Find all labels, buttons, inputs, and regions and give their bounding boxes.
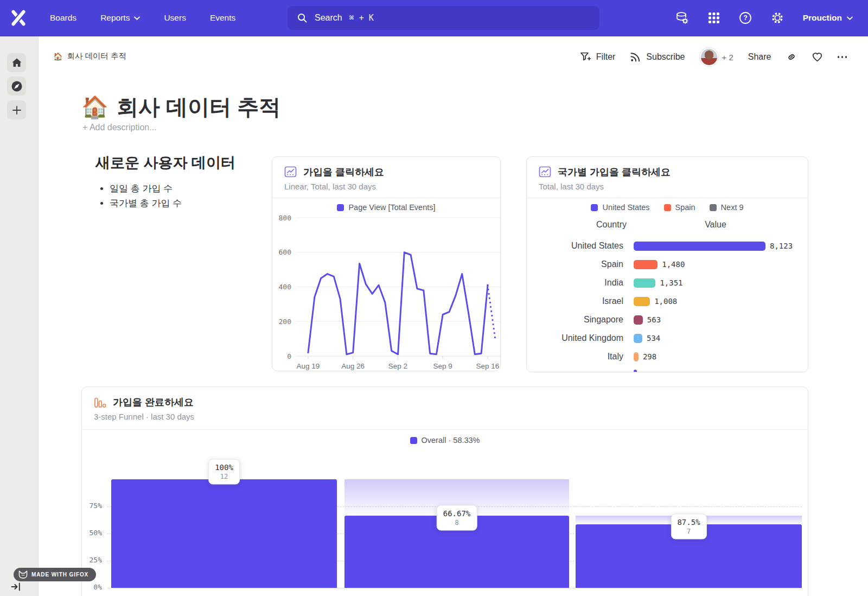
project-switcher[interactable]: Prouction xyxy=(803,13,853,23)
link-icon xyxy=(786,52,797,62)
funnel-baseline xyxy=(107,588,802,588)
text-widget-list: 일일 총 가입 수 국가별 총 가입 수 xyxy=(100,181,182,211)
country-row[interactable]: Italy298 xyxy=(527,347,808,366)
funnel-step-count: 7 xyxy=(677,528,700,535)
card-signups-by-country[interactable]: 국가별 가입을 클릭하세요 Total, last 30 days United… xyxy=(526,156,808,372)
collaborators[interactable]: + 2 xyxy=(700,48,733,66)
country-value: 1,351 xyxy=(660,278,682,287)
country-bar[interactable] xyxy=(634,352,639,362)
nav-item-boards[interactable]: Boards xyxy=(50,13,76,23)
mixpanel-logo-icon xyxy=(9,9,28,27)
country-value: 534 xyxy=(647,334,660,343)
help-button[interactable]: ? xyxy=(739,11,752,24)
legend-swatch xyxy=(710,204,717,211)
line-chart-icon xyxy=(284,166,297,180)
country-bar-clipped xyxy=(634,370,637,372)
card-signup-clicks[interactable]: 가입을 클릭하세요 Linear, Total, last 30 days Pa… xyxy=(272,156,501,371)
nav-item-reports[interactable]: Reports xyxy=(100,13,140,23)
funnel-step-percent: 66.67% xyxy=(443,509,471,517)
nav-item-events[interactable]: Events xyxy=(210,13,235,23)
country-row[interactable]: India1,351 xyxy=(527,274,808,292)
text-widget-bullet: 국가별 총 가입 수 xyxy=(110,196,182,211)
country-bar[interactable] xyxy=(634,278,655,288)
data-management-button[interactable] xyxy=(675,11,689,25)
breadcrumb[interactable]: 🏠 회사 데이터 추적 xyxy=(53,51,126,61)
fox-icon xyxy=(18,570,28,579)
mixpanel-logo[interactable] xyxy=(8,8,29,28)
funnel-step-count: 12 xyxy=(215,473,233,480)
legend-item[interactable]: Page View [Total Events] xyxy=(337,203,435,212)
country-label: India xyxy=(527,278,623,288)
board-emoji: 🏠 xyxy=(53,52,62,61)
subscribe-label: Subscribe xyxy=(646,52,685,62)
board-canvas: 🏠 회사 데이터 추적 Filter Subscribe + 2 xyxy=(38,36,868,596)
country-label: United States xyxy=(527,241,623,251)
sidebar-add-button[interactable] xyxy=(7,100,26,119)
svg-text:600: 600 xyxy=(279,248,291,256)
more-options-button[interactable] xyxy=(838,54,847,60)
text-widget-bullet: 일일 총 가입 수 xyxy=(110,181,182,196)
search-placeholder: Search xyxy=(315,13,342,23)
nav-right-group: ? Prouction xyxy=(675,0,853,36)
gifox-watermark: MADE WITH GIFOX xyxy=(14,568,96,581)
search-input[interactable]: Search ⌘ + K xyxy=(288,6,599,30)
filter-label: Filter xyxy=(596,52,616,62)
sidebar-discover-button[interactable] xyxy=(7,77,26,96)
gear-icon xyxy=(771,11,784,24)
funnel-y-label: 0% xyxy=(82,583,102,591)
favorite-button[interactable] xyxy=(812,52,823,62)
nav-item-users[interactable]: Users xyxy=(164,13,186,23)
filter-button[interactable]: Filter xyxy=(580,52,616,62)
funnel-step-label: 100%12 xyxy=(208,459,240,485)
heart-icon xyxy=(812,52,823,62)
project-name: Prouction xyxy=(803,13,842,23)
country-bar[interactable] xyxy=(634,260,658,269)
add-description-button[interactable]: + Add description... xyxy=(82,123,157,132)
country-row[interactable]: Israel1,008 xyxy=(527,292,808,310)
legend-item[interactable]: Next 9 xyxy=(710,203,744,212)
subscribe-button[interactable]: Subscribe xyxy=(630,52,685,62)
funnel-step-label: 66.67%8 xyxy=(437,505,477,530)
share-button[interactable]: Share xyxy=(748,52,771,62)
grid-icon xyxy=(708,12,720,24)
settings-button[interactable] xyxy=(771,11,784,24)
sidebar-home-button[interactable] xyxy=(7,53,26,72)
country-bar[interactable] xyxy=(634,315,643,325)
board-actions: Filter Subscribe + 2 Share xyxy=(580,48,847,66)
card-title[interactable]: 국가별 가입을 클릭하세요 xyxy=(558,166,671,179)
country-row[interactable]: Singapore563 xyxy=(527,310,808,329)
funnel-bar xyxy=(111,479,337,588)
country-value: 298 xyxy=(643,352,656,361)
copy-link-button[interactable] xyxy=(786,52,797,62)
funnel-step-percent: 87.5% xyxy=(677,518,700,527)
text-widget-heading: 새로운 사용자 데이터 xyxy=(95,153,235,173)
legend-label: Spain xyxy=(675,203,695,212)
page-title[interactable]: 🏠 회사 데이터 추적 xyxy=(81,92,280,122)
country-rows: United States8,123Spain1,480India1,351Is… xyxy=(527,237,808,372)
legend-label: Page View [Total Events] xyxy=(348,203,435,212)
svg-text:Aug 26: Aug 26 xyxy=(341,362,365,370)
country-row[interactable]: Spain1,480 xyxy=(527,255,808,274)
country-bar[interactable] xyxy=(634,334,642,343)
country-value: 8,123 xyxy=(770,242,793,250)
country-bar[interactable] xyxy=(634,297,650,306)
left-sidebar xyxy=(0,36,39,596)
country-row[interactable]: United Kingdom534 xyxy=(527,329,808,347)
mixpanel-app: Boards Reports Users Events Search ⌘ + K xyxy=(0,0,868,596)
avatar xyxy=(700,48,718,66)
country-row[interactable]: United States8,123 xyxy=(527,237,808,255)
page-title-emoji: 🏠 xyxy=(81,94,108,120)
expand-sidebar-button[interactable] xyxy=(10,581,21,594)
legend-item[interactable]: Spain xyxy=(664,203,695,212)
country-value: 1,480 xyxy=(662,260,685,269)
funnel-y-label: 50% xyxy=(82,529,102,537)
legend-item[interactable]: United States xyxy=(591,203,649,212)
country-bar[interactable] xyxy=(634,242,765,251)
card-signup-funnel[interactable]: 가입을 완료하세요 3-step Funnel · last 30 days O… xyxy=(81,386,808,596)
legend-label: Next 9 xyxy=(721,203,744,212)
card-title[interactable]: 가입을 클릭하세요 xyxy=(303,166,384,179)
svg-text:400: 400 xyxy=(279,283,291,291)
apps-grid-button[interactable] xyxy=(708,12,720,24)
gifox-label: MADE WITH GIFOX xyxy=(31,572,88,578)
country-value: 1,008 xyxy=(654,297,677,306)
